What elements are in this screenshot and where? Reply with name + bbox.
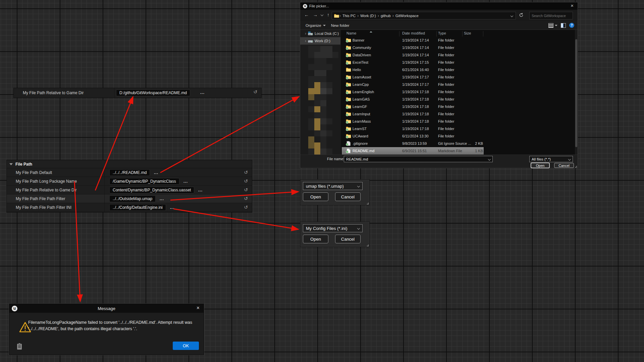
close-icon[interactable]: × bbox=[197, 305, 200, 311]
property-value-field[interactable]: ../../OutsideMap.umap bbox=[109, 195, 156, 202]
new-folder-button[interactable]: New folder bbox=[331, 23, 350, 27]
property-row[interactable]: My File Path Default../../../README.md..… bbox=[7, 168, 252, 177]
resize-grip[interactable] bbox=[574, 165, 577, 168]
sidebar-item-work-d-[interactable]: ›Work (D:) bbox=[300, 37, 340, 45]
revert-icon[interactable]: ↺ bbox=[244, 205, 248, 209]
file-row[interactable]: Hello6/21/2024 16:40File folder bbox=[342, 66, 484, 73]
file-row[interactable]: LearnGAS1/19/2024 17:18File folder bbox=[342, 96, 484, 103]
file-name: LearnGAS bbox=[353, 97, 370, 101]
back-icon[interactable]: ← bbox=[304, 12, 309, 17]
breadcrumb[interactable]: ›This PC›Work (D:)›github›GitWorkspace bbox=[332, 12, 516, 19]
property-row[interactable]: My File Path Relative to Game Dir D:/git… bbox=[14, 88, 261, 98]
file-row[interactable]: LearnGF1/19/2024 17:18File folder bbox=[342, 103, 484, 110]
umap-open-button[interactable]: Open bbox=[303, 192, 328, 201]
property-row[interactable]: My File Path Long Package Name/Game/Dyna… bbox=[7, 177, 252, 186]
file-row[interactable]: LearnMass1/19/2024 17:18File folder bbox=[342, 118, 484, 125]
refresh-icon[interactable] bbox=[519, 13, 524, 19]
file-row[interactable]: DataDriven1/19/2024 17:14File folder bbox=[342, 51, 484, 59]
up-icon[interactable]: ↑ bbox=[327, 12, 329, 17]
property-value-field[interactable]: ../../../README.md bbox=[109, 169, 150, 176]
browse-dots-button[interactable]: ... bbox=[154, 170, 158, 175]
breadcrumb-segment[interactable]: This PC bbox=[341, 14, 357, 18]
breadcrumb-segment[interactable]: GitWorkspace bbox=[394, 14, 420, 18]
revert-icon[interactable]: ↺ bbox=[244, 170, 248, 175]
file-row[interactable]: LearnCpp1/19/2024 17:17File folder bbox=[342, 81, 484, 88]
revert-icon[interactable]: ↺ bbox=[244, 196, 248, 201]
column-type[interactable]: Type bbox=[438, 31, 446, 35]
search-box[interactable] bbox=[529, 12, 573, 19]
preview-pane-icon[interactable] bbox=[561, 23, 566, 28]
sidebar-item-local-disk-c-[interactable]: ›Local Disk (C:) bbox=[300, 30, 340, 37]
property-value-field[interactable]: Content/Dynamic/BP_DynamicClass.uasset bbox=[109, 187, 194, 193]
file-row[interactable]: UCAward6/11/2024 13:30File folder bbox=[342, 132, 484, 140]
property-value-field[interactable]: /Game/Dynamic/BP_DynamicClass bbox=[109, 178, 179, 185]
browse-dots-button[interactable]: ... bbox=[200, 90, 205, 95]
file-row[interactable]: LearnAsset1/19/2024 17:17File folder bbox=[342, 73, 484, 81]
file-row[interactable]: ExcelTest1/19/2024 17:15File folder bbox=[342, 59, 484, 66]
file-row[interactable]: LearnEnglish1/19/2024 17:18File folder bbox=[342, 88, 484, 96]
revert-icon[interactable]: ↺ bbox=[244, 187, 248, 192]
breadcrumb-dropdown-icon[interactable] bbox=[511, 14, 513, 17]
column-name[interactable]: Name bbox=[346, 31, 356, 35]
file-row[interactable]: README.md6/9/2021 15:51Markdown File1 KB bbox=[342, 147, 484, 155]
scrollbar[interactable] bbox=[575, 30, 578, 155]
drive-icon bbox=[308, 39, 313, 43]
search-input[interactable] bbox=[530, 14, 579, 18]
breadcrumb-segment[interactable]: Work (D:) bbox=[359, 14, 377, 18]
property-row[interactable]: My File Path File Path Filter INI../../C… bbox=[7, 203, 252, 212]
revert-icon[interactable]: ↺ bbox=[244, 179, 248, 183]
file-type-filter-select[interactable]: All files (*.*) bbox=[529, 156, 573, 162]
browse-dots-button[interactable]: ... bbox=[170, 205, 174, 210]
file-type: File folder bbox=[438, 90, 454, 94]
file-name-input[interactable]: README.md bbox=[344, 156, 493, 162]
folder-icon bbox=[346, 134, 351, 138]
expand-chevron-icon[interactable]: › bbox=[305, 31, 306, 36]
file-name: LearnInput bbox=[353, 112, 370, 116]
cancel-button[interactable]: Cancel bbox=[554, 163, 574, 168]
ok-button[interactable]: OK bbox=[173, 342, 199, 350]
sidebar-item-label: Local Disk (C:) bbox=[315, 32, 339, 36]
property-row[interactable]: My File Path File Path Filter../../Outsi… bbox=[7, 194, 252, 203]
breadcrumb-segment[interactable]: github bbox=[379, 14, 392, 18]
browse-dots-button[interactable]: ... bbox=[183, 179, 188, 184]
ini-open-button[interactable]: Open bbox=[303, 235, 328, 243]
ini-filter-select[interactable]: My Config Files (*.ini) bbox=[303, 224, 363, 232]
umap-filter-select[interactable]: umap files (*.umap) bbox=[303, 182, 363, 190]
filter-dropdown-icon[interactable] bbox=[568, 158, 571, 160]
property-row[interactable]: My File Path Relative to Game DirContent… bbox=[7, 186, 252, 194]
view-mode-button[interactable] bbox=[548, 23, 557, 28]
organize-dropdown-icon bbox=[323, 25, 326, 26]
resize-grip[interactable] bbox=[366, 244, 369, 246]
file-type: File folder bbox=[438, 105, 454, 109]
file-row[interactable]: LearnInput1/19/2024 17:18File folder bbox=[342, 110, 484, 118]
expand-chevron-icon[interactable]: › bbox=[305, 39, 306, 43]
column-date-modified[interactable]: Date modified bbox=[402, 31, 425, 35]
property-value-field[interactable]: ../../Config/DefaultEngine.ini bbox=[109, 204, 166, 211]
message-titlebar[interactable]: Message u × bbox=[9, 304, 204, 313]
file-row[interactable]: Banner1/19/2024 17:14File folder bbox=[342, 37, 484, 44]
file-row[interactable]: Community1/19/2024 17:14File folder bbox=[342, 44, 484, 51]
property-value-field[interactable]: D:/github/GitWorkspace/README.md bbox=[116, 89, 190, 96]
file-name: LearnEnglish bbox=[353, 90, 374, 94]
history-chevron-icon[interactable] bbox=[321, 13, 323, 16]
file-row[interactable]: .gitignore9/8/2023 13:59Git Ignore Sourc… bbox=[342, 140, 484, 147]
copy-to-clipboard-icon[interactable] bbox=[17, 343, 22, 350]
open-button[interactable]: Open bbox=[531, 163, 549, 168]
browse-dots-button[interactable]: ... bbox=[160, 196, 164, 201]
umap-cancel-button[interactable]: Cancel bbox=[335, 192, 361, 201]
resize-grip[interactable] bbox=[366, 202, 369, 204]
column-size[interactable]: Size bbox=[464, 31, 471, 35]
picker-titlebar[interactable]: u File picker... × bbox=[300, 2, 578, 10]
file-row[interactable]: LearnST1/19/2024 17:18File folder bbox=[342, 125, 484, 132]
file-name-dropdown-icon[interactable] bbox=[488, 158, 491, 160]
file-path-section-header[interactable]: File Path bbox=[7, 160, 252, 168]
help-icon[interactable]: ? bbox=[569, 23, 574, 28]
ini-cancel-button[interactable]: Cancel bbox=[335, 235, 361, 243]
column-divider bbox=[399, 31, 399, 37]
organize-menu[interactable]: Organize bbox=[306, 23, 326, 27]
revert-icon[interactable]: ↺ bbox=[253, 89, 257, 94]
browse-dots-button[interactable]: ... bbox=[198, 188, 203, 192]
scrollbar-thumb[interactable] bbox=[575, 39, 577, 147]
forward-icon[interactable]: → bbox=[313, 12, 318, 17]
close-icon[interactable]: × bbox=[571, 3, 574, 8]
